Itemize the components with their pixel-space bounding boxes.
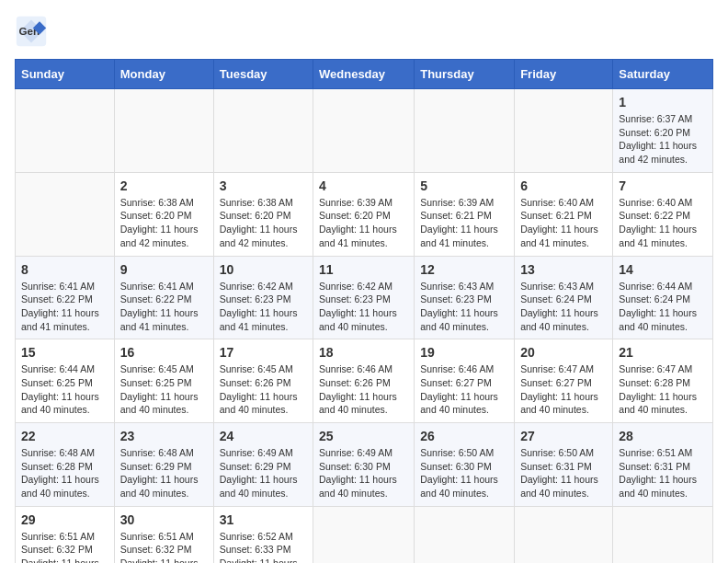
cell-details: Sunrise: 6:37 AM Sunset: 6:20 PM Dayligh… bbox=[619, 112, 707, 167]
calendar-cell bbox=[114, 89, 213, 173]
calendar-cell bbox=[613, 506, 713, 563]
cell-details: Sunrise: 6:50 AM Sunset: 6:31 PM Dayligh… bbox=[520, 446, 607, 500]
calendar-cell: 30Sunrise: 6:51 AM Sunset: 6:32 PM Dayli… bbox=[114, 506, 213, 563]
calendar-cell: 16Sunrise: 6:45 AM Sunset: 6:25 PM Dayli… bbox=[114, 339, 213, 423]
calendar-cell bbox=[16, 89, 115, 173]
calendar-cell: 2Sunrise: 6:38 AM Sunset: 6:20 PM Daylig… bbox=[114, 172, 213, 256]
cell-details: Sunrise: 6:40 AM Sunset: 6:22 PM Dayligh… bbox=[619, 196, 707, 250]
header-cell-tuesday: Tuesday bbox=[213, 60, 313, 89]
week-row-5: 22Sunrise: 6:48 AM Sunset: 6:28 PM Dayli… bbox=[16, 423, 713, 507]
day-number: 1 bbox=[619, 95, 707, 109]
day-number: 7 bbox=[619, 178, 707, 193]
calendar-cell: 28Sunrise: 6:51 AM Sunset: 6:31 PM Dayli… bbox=[613, 423, 713, 507]
day-number: 6 bbox=[520, 178, 607, 193]
calendar-cell: 23Sunrise: 6:48 AM Sunset: 6:29 PM Dayli… bbox=[114, 423, 213, 507]
cell-details: Sunrise: 6:45 AM Sunset: 6:25 PM Dayligh… bbox=[120, 362, 208, 417]
calendar-cell: 14Sunrise: 6:44 AM Sunset: 6:24 PM Dayli… bbox=[613, 256, 713, 339]
cell-details: Sunrise: 6:42 AM Sunset: 6:23 PM Dayligh… bbox=[319, 280, 408, 334]
day-number: 31 bbox=[220, 512, 307, 527]
week-row-1: 1Sunrise: 6:37 AM Sunset: 6:20 PM Daylig… bbox=[16, 89, 713, 173]
cell-details: Sunrise: 6:45 AM Sunset: 6:26 PM Dayligh… bbox=[220, 362, 307, 417]
cell-details: Sunrise: 6:38 AM Sunset: 6:20 PM Dayligh… bbox=[220, 196, 307, 250]
calendar-cell: 11Sunrise: 6:42 AM Sunset: 6:23 PM Dayli… bbox=[313, 256, 415, 339]
cell-details: Sunrise: 6:47 AM Sunset: 6:28 PM Dayligh… bbox=[619, 362, 707, 417]
header-cell-monday: Monday bbox=[114, 60, 213, 89]
day-number: 16 bbox=[120, 345, 208, 360]
cell-details: Sunrise: 6:39 AM Sunset: 6:21 PM Dayligh… bbox=[420, 196, 508, 250]
calendar-cell: 7Sunrise: 6:40 AM Sunset: 6:22 PM Daylig… bbox=[613, 172, 713, 256]
cell-details: Sunrise: 6:48 AM Sunset: 6:28 PM Dayligh… bbox=[21, 446, 108, 500]
day-number: 29 bbox=[21, 512, 108, 527]
calendar-cell bbox=[415, 89, 515, 173]
day-number: 22 bbox=[21, 429, 108, 443]
cell-details: Sunrise: 6:41 AM Sunset: 6:22 PM Dayligh… bbox=[120, 280, 208, 334]
calendar-cell: 6Sunrise: 6:40 AM Sunset: 6:21 PM Daylig… bbox=[515, 172, 613, 256]
cell-details: Sunrise: 6:51 AM Sunset: 6:32 PM Dayligh… bbox=[21, 530, 108, 563]
calendar-cell: 29Sunrise: 6:51 AM Sunset: 6:32 PM Dayli… bbox=[16, 506, 115, 563]
day-number: 12 bbox=[420, 262, 508, 277]
day-number: 3 bbox=[220, 178, 307, 193]
cell-details: Sunrise: 6:38 AM Sunset: 6:20 PM Dayligh… bbox=[120, 196, 208, 250]
week-row-3: 8Sunrise: 6:41 AM Sunset: 6:22 PM Daylig… bbox=[16, 256, 713, 339]
calendar-cell: 20Sunrise: 6:47 AM Sunset: 6:27 PM Dayli… bbox=[515, 339, 613, 423]
cell-details: Sunrise: 6:52 AM Sunset: 6:33 PM Dayligh… bbox=[220, 530, 307, 563]
calendar-cell: 18Sunrise: 6:46 AM Sunset: 6:26 PM Dayli… bbox=[313, 339, 415, 423]
calendar-cell: 27Sunrise: 6:50 AM Sunset: 6:31 PM Dayli… bbox=[515, 423, 613, 507]
calendar-cell bbox=[515, 506, 613, 563]
logo-icon: Gen bbox=[15, 15, 48, 48]
cell-details: Sunrise: 6:49 AM Sunset: 6:30 PM Dayligh… bbox=[319, 446, 408, 500]
cell-details: Sunrise: 6:41 AM Sunset: 6:22 PM Dayligh… bbox=[21, 280, 108, 334]
day-number: 18 bbox=[319, 345, 408, 360]
calendar-cell bbox=[313, 89, 415, 173]
cell-details: Sunrise: 6:42 AM Sunset: 6:23 PM Dayligh… bbox=[220, 280, 307, 334]
cell-details: Sunrise: 6:51 AM Sunset: 6:31 PM Dayligh… bbox=[619, 446, 707, 500]
day-number: 21 bbox=[619, 345, 707, 360]
cell-details: Sunrise: 6:44 AM Sunset: 6:25 PM Dayligh… bbox=[21, 362, 108, 417]
cell-details: Sunrise: 6:39 AM Sunset: 6:20 PM Dayligh… bbox=[319, 196, 408, 250]
calendar-cell: 24Sunrise: 6:49 AM Sunset: 6:29 PM Dayli… bbox=[213, 423, 313, 507]
calendar-cell: 3Sunrise: 6:38 AM Sunset: 6:20 PM Daylig… bbox=[213, 172, 313, 256]
calendar-cell: 8Sunrise: 6:41 AM Sunset: 6:22 PM Daylig… bbox=[16, 256, 115, 339]
calendar-cell bbox=[213, 89, 313, 173]
cell-details: Sunrise: 6:40 AM Sunset: 6:21 PM Dayligh… bbox=[520, 196, 607, 250]
calendar-cell bbox=[313, 506, 415, 563]
day-number: 2 bbox=[120, 178, 208, 193]
day-number: 11 bbox=[319, 262, 408, 277]
header-cell-sunday: Sunday bbox=[16, 60, 115, 89]
day-number: 30 bbox=[120, 512, 208, 527]
cell-details: Sunrise: 6:43 AM Sunset: 6:23 PM Dayligh… bbox=[420, 280, 508, 334]
calendar-cell: 1Sunrise: 6:37 AM Sunset: 6:20 PM Daylig… bbox=[613, 89, 713, 173]
day-number: 5 bbox=[420, 178, 508, 193]
week-row-2: 2Sunrise: 6:38 AM Sunset: 6:20 PM Daylig… bbox=[16, 172, 713, 256]
day-number: 15 bbox=[21, 345, 108, 360]
day-number: 14 bbox=[619, 262, 707, 277]
calendar-cell: 13Sunrise: 6:43 AM Sunset: 6:24 PM Dayli… bbox=[515, 256, 613, 339]
calendar-cell: 10Sunrise: 6:42 AM Sunset: 6:23 PM Dayli… bbox=[213, 256, 313, 339]
day-number: 8 bbox=[21, 262, 108, 277]
week-row-6: 29Sunrise: 6:51 AM Sunset: 6:32 PM Dayli… bbox=[16, 506, 713, 563]
calendar-cell: 15Sunrise: 6:44 AM Sunset: 6:25 PM Dayli… bbox=[16, 339, 115, 423]
day-number: 28 bbox=[619, 429, 707, 443]
cell-details: Sunrise: 6:50 AM Sunset: 6:30 PM Dayligh… bbox=[420, 446, 508, 500]
header-cell-thursday: Thursday bbox=[415, 60, 515, 89]
day-number: 17 bbox=[220, 345, 307, 360]
cell-details: Sunrise: 6:51 AM Sunset: 6:32 PM Dayligh… bbox=[120, 530, 208, 563]
calendar-cell bbox=[515, 89, 613, 173]
calendar-cell: 12Sunrise: 6:43 AM Sunset: 6:23 PM Dayli… bbox=[415, 256, 515, 339]
calendar-cell: 4Sunrise: 6:39 AM Sunset: 6:20 PM Daylig… bbox=[313, 172, 415, 256]
header-cell-saturday: Saturday bbox=[613, 60, 713, 89]
calendar-cell: 17Sunrise: 6:45 AM Sunset: 6:26 PM Dayli… bbox=[213, 339, 313, 423]
cell-details: Sunrise: 6:47 AM Sunset: 6:27 PM Dayligh… bbox=[520, 362, 607, 417]
calendar-body: 1Sunrise: 6:37 AM Sunset: 6:20 PM Daylig… bbox=[16, 89, 713, 564]
header-cell-friday: Friday bbox=[515, 60, 613, 89]
day-number: 9 bbox=[120, 262, 208, 277]
day-number: 27 bbox=[520, 429, 607, 443]
calendar-cell bbox=[415, 506, 515, 563]
cell-details: Sunrise: 6:46 AM Sunset: 6:26 PM Dayligh… bbox=[319, 362, 408, 417]
day-number: 25 bbox=[319, 429, 408, 443]
calendar-cell: 5Sunrise: 6:39 AM Sunset: 6:21 PM Daylig… bbox=[415, 172, 515, 256]
day-number: 26 bbox=[420, 429, 508, 443]
calendar-header: SundayMondayTuesdayWednesdayThursdayFrid… bbox=[16, 60, 713, 89]
cell-details: Sunrise: 6:48 AM Sunset: 6:29 PM Dayligh… bbox=[120, 446, 208, 500]
logo: Gen bbox=[15, 15, 51, 48]
